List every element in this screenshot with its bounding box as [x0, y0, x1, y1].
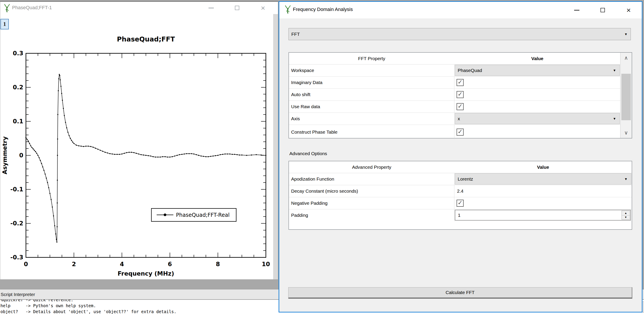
close-icon: ×	[261, 4, 265, 12]
table-row-negative-padding: Negative Padding ✓	[289, 197, 632, 209]
spin-up-button[interactable]: ▲	[622, 211, 630, 215]
spin-down-button[interactable]: ▼	[622, 215, 630, 220]
desktop: PhaseQuad;FFT-1 × 1 PhaseQuad;FFT 024681…	[0, 0, 644, 314]
check-icon: ✓	[458, 103, 463, 109]
fft-property-header: FFT Property	[289, 53, 454, 64]
y-axis-title: Asymmetry	[1, 136, 8, 174]
svg-text:-0.1: -0.1	[10, 186, 23, 193]
negative-padding-checkbox[interactable]: ✓	[456, 200, 464, 207]
dialog-title: Frequency Domain Analysis	[293, 6, 353, 12]
auto-shift-checkbox[interactable]: ✓	[456, 91, 464, 98]
table-row-padding: Padding 1 ▲ ▼	[289, 209, 632, 221]
chevron-down-icon: ▼	[624, 177, 628, 181]
close-button[interactable]: ×	[622, 4, 636, 16]
table-row-apodization-function: Apodization Function Lorentz ▼	[289, 173, 632, 185]
table-row-construct-phase-table: Construct Phase Table ✓	[289, 125, 632, 139]
calculate-fft-button[interactable]: Calculate FFT	[288, 287, 632, 299]
axis-dropdown[interactable]: x ▼	[455, 113, 620, 124]
advanced-property-header: Advanced Property	[289, 161, 454, 173]
use-raw-data-checkbox[interactable]: ✓	[456, 103, 464, 110]
decay-constant-value[interactable]: 2.4	[457, 185, 464, 197]
scroll-up-icon: ∧	[624, 55, 628, 61]
svg-text:10: 10	[262, 261, 270, 268]
window-scrollbar[interactable]	[273, 14, 278, 279]
spin-up-icon: ▲	[624, 211, 627, 215]
advanced-options-label: Advanced Options	[289, 151, 327, 156]
svg-text:0.3: 0.3	[13, 50, 23, 57]
table-header-row: Advanced Property Value	[289, 161, 632, 173]
padding-value: 1	[458, 210, 460, 220]
dialog-titlebar[interactable]: Frequency Domain Analysis ×	[279, 2, 642, 18]
fft-property-table: FFT Property Value Workspace PhaseQuad ▼…	[288, 52, 632, 139]
x-axis-title: Frequency (MHz)	[118, 270, 174, 277]
fft-table-scrollbar[interactable]: ∧ ∨	[620, 53, 632, 138]
svg-text:0: 0	[24, 261, 28, 268]
value-header: Value	[454, 161, 632, 173]
plot-window-title: PhaseQuad;FFT-1	[12, 5, 52, 10]
value-header: Value	[454, 53, 620, 64]
legend-marker-sample	[164, 213, 166, 216]
imaginary-data-checkbox[interactable]: ✓	[456, 79, 464, 86]
svg-text:8: 8	[216, 261, 220, 268]
scroll-down-icon: ∨	[624, 130, 628, 136]
padding-spinbox[interactable]: 1 ▲ ▼	[455, 210, 631, 221]
legend-label: PhaseQuad;FFT-Real	[176, 212, 230, 218]
maximize-button[interactable]	[596, 4, 610, 16]
transform-selector-value: FFT	[291, 32, 624, 37]
svg-text:-0.2: -0.2	[10, 220, 23, 227]
table-row-workspace: Workspace PhaseQuad ▼	[289, 64, 632, 77]
minimize-icon	[574, 10, 580, 10]
plot-window: PhaseQuad;FFT-1 × 1 PhaseQuad;FFT 024681…	[0, 1, 278, 279]
construct-phase-table-checkbox[interactable]: ✓	[456, 129, 464, 136]
close-icon: ×	[626, 6, 631, 14]
plot-window-titlebar[interactable]: PhaseQuad;FFT-1 ×	[0, 2, 278, 14]
spin-down-icon: ▼	[624, 216, 627, 219]
scroll-down-button[interactable]: ∨	[620, 128, 632, 138]
transform-selector-dropdown[interactable]: FFT ▼	[288, 28, 631, 40]
table-row-axis: Axis x ▼	[289, 113, 632, 125]
workspace-value: PhaseQuad	[458, 68, 613, 73]
check-icon: ✓	[458, 129, 463, 135]
svg-text:0.1: 0.1	[13, 118, 23, 125]
svg-text:2: 2	[72, 261, 76, 268]
svg-text:6: 6	[168, 261, 172, 268]
minimize-button[interactable]	[204, 2, 218, 14]
check-icon: ✓	[458, 200, 463, 206]
scrollbar-thumb[interactable]	[621, 74, 631, 120]
svg-text:0.2: 0.2	[13, 84, 23, 91]
scroll-up-button[interactable]: ∧	[620, 53, 632, 63]
svg-text:4: 4	[120, 261, 124, 268]
row-label: Negative Padding	[291, 201, 328, 206]
workspace-dropdown[interactable]: PhaseQuad ▼	[455, 65, 620, 76]
table-row-auto-shift: Auto shift ✓	[289, 89, 632, 101]
row-label: Padding	[291, 213, 308, 218]
minimize-icon	[208, 8, 214, 8]
table-row-use-raw-data: Use Raw data ✓	[289, 101, 632, 113]
check-icon: ✓	[458, 91, 463, 97]
background-window-edge	[642, 302, 644, 313]
plot-legend: PhaseQuad;FFT-Real	[152, 208, 236, 221]
row-label: Axis	[291, 116, 300, 121]
apodization-function-value: Lorentz	[458, 176, 624, 182]
maximize-icon	[235, 6, 239, 10]
minimize-button[interactable]	[570, 4, 584, 16]
frequency-domain-analysis-dialog: Frequency Domain Analysis × FFT ▼ FFT Pr…	[278, 1, 642, 313]
chevron-down-icon: ▼	[624, 32, 628, 36]
maximize-icon	[600, 8, 605, 12]
maximize-button[interactable]	[230, 2, 244, 14]
check-icon: ✓	[458, 79, 463, 85]
apodization-function-dropdown[interactable]: Lorentz ▼	[455, 173, 631, 184]
fft-plot: PhaseQuad;FFT 0246810 -0.3-0.2-0.100.10.…	[0, 14, 274, 280]
row-label: Workspace	[291, 68, 314, 73]
svg-text:0: 0	[19, 152, 23, 159]
mantid-app-icon	[4, 4, 10, 12]
table-row-imaginary-data: Imaginary Data ✓	[289, 77, 632, 89]
row-label: Imaginary Data	[291, 80, 322, 85]
row-label: Decay Constant (micro seconds)	[291, 188, 358, 194]
close-button[interactable]: ×	[256, 2, 270, 14]
plot-title: PhaseQuad;FFT	[117, 35, 175, 43]
svg-text:-0.3: -0.3	[10, 254, 23, 261]
axis-value: x	[458, 116, 613, 121]
row-label: Use Raw data	[291, 104, 320, 109]
chevron-down-icon: ▼	[613, 117, 616, 120]
